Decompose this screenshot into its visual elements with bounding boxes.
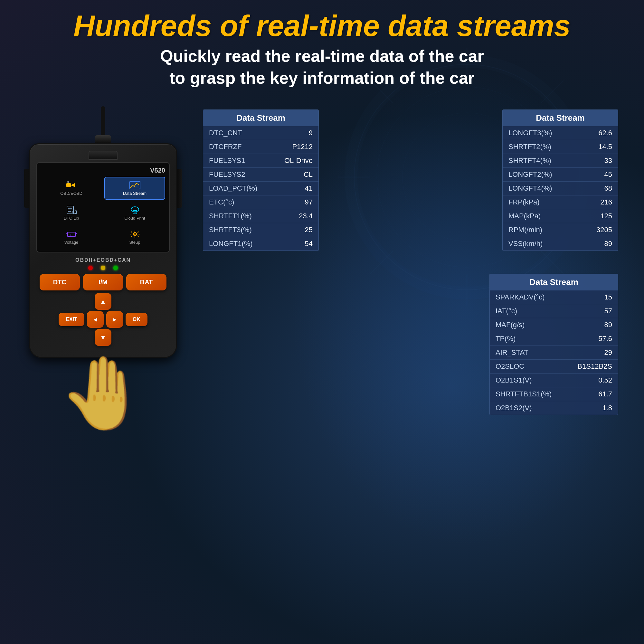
row-value: 29: [566, 346, 618, 360]
row-value: 54: [272, 237, 318, 251]
exit-button[interactable]: EXIT: [59, 313, 84, 326]
subtitle-text-2: to grasp the key information of the car: [169, 69, 475, 87]
row-value: 3205: [580, 223, 618, 237]
ok-button[interactable]: OK: [126, 313, 147, 326]
led-red: [88, 266, 93, 270]
device-container: V520 OBD/EOBDData StreamDTC LibCloud Pri…: [10, 106, 196, 435]
row-value: 216: [580, 195, 618, 209]
menu-item-cloud_print[interactable]: Cloud Print: [104, 202, 165, 224]
obd-icon: [66, 181, 77, 190]
table-row: SHRTFT3(%)25: [203, 223, 318, 237]
row-label: MAP(kPa): [503, 209, 580, 223]
table-row: LONGFT4(%)68: [503, 182, 618, 195]
table-row: TP(%)57.6: [490, 332, 618, 346]
row-value: 0.52: [566, 374, 618, 387]
data-table-3-content: SPARKADV(°c)15IAT(°c)57MAF(g/s)89TP(%)57…: [490, 290, 618, 415]
row-label: SHRTFTB1S1(%): [490, 387, 566, 401]
row-label: SPARKADV(°c): [490, 290, 566, 304]
row-value: CL: [272, 168, 318, 182]
nav-buttons: ▲ EXIT ◄ ► OK ▼: [40, 293, 166, 346]
table-row: LONGFT1(%)54: [203, 237, 318, 251]
row-label: FUELSYS2: [203, 168, 272, 182]
svg-point-21: [131, 207, 139, 212]
led-yellow: [101, 266, 105, 270]
table-row: MAP(kPa)125: [503, 209, 618, 223]
dtc-button[interactable]: DTC: [40, 274, 80, 290]
data-table-1-header: Data Stream: [203, 110, 318, 126]
row-label: AIR_STAT: [490, 346, 566, 360]
row-value: 25: [272, 223, 318, 237]
menu-grid: OBD/EOBDData StreamDTC LibCloud Print+Vo…: [41, 177, 165, 248]
dtc_lib-icon: [66, 205, 77, 214]
table-row: SHRTFTB1S1(%)61.7: [490, 387, 618, 401]
menu-item-dtc_lib[interactable]: DTC Lib: [41, 202, 102, 224]
cloud_print-icon: [129, 205, 141, 214]
row-label: VSS(km/h): [503, 237, 580, 251]
row-label: SHRTFT1(%): [203, 209, 272, 223]
table-row: O2B1S1(V)0.52: [490, 374, 618, 387]
menu-item-obd[interactable]: OBD/EOBD: [41, 177, 102, 200]
right-button[interactable]: ►: [106, 311, 123, 328]
row-value: 33: [580, 154, 618, 168]
row-label: MAF(g/s): [490, 318, 566, 332]
row-value: B1S12B2S: [566, 360, 618, 374]
menu-item-steup-label: Steup: [129, 240, 140, 245]
menu-item-steup[interactable]: Steup: [104, 226, 165, 248]
svg-text:+: +: [70, 233, 72, 237]
row-label: LOAD_PCT(%): [203, 182, 272, 195]
table-row: SHRTFT4(%)33: [503, 154, 618, 168]
row-value: 15: [566, 290, 618, 304]
row-label: LONGFT2(%): [503, 168, 580, 182]
table-row: FRP(kPa)216: [503, 195, 618, 209]
led-indicators: [36, 266, 170, 270]
row-label: TP(%): [490, 332, 566, 346]
menu-item-voltage-label: Voltage: [64, 240, 78, 245]
row-value: 125: [580, 209, 618, 223]
menu-item-voltage[interactable]: +Voltage: [41, 226, 102, 248]
row-label: RPM(/min): [503, 223, 580, 237]
row-label: SHRTFT3(%): [203, 223, 272, 237]
menu-item-data_stream-label: Data Stream: [123, 191, 147, 196]
row-label: SHRTFT2(%): [503, 140, 580, 154]
row-value: 68: [580, 182, 618, 195]
row-label: ETC(°c): [203, 195, 272, 209]
row-value: 57.6: [566, 332, 618, 346]
device-body: V520 OBD/EOBDData StreamDTC LibCloud Pri…: [29, 143, 177, 358]
table-row: MAF(g/s)89: [490, 318, 618, 332]
subtitle-text-1: Quickly read the real-time data of the c…: [160, 47, 484, 65]
menu-item-data_stream[interactable]: Data Stream: [104, 177, 165, 200]
row-label: DTC_CNT: [203, 126, 272, 140]
row-value: 89: [566, 318, 618, 332]
obd-protocol-text: OBDII+EOBD+CAN: [36, 257, 170, 263]
data-table-2-content: LONGFT3(%)62.6SHRTFT2(%)14.5SHRTFT4(%)33…: [503, 126, 618, 251]
led-green: [113, 266, 118, 270]
table-row: DTCFRZFP1212: [203, 140, 318, 154]
table-row: RPM(/min)3205: [503, 223, 618, 237]
data-table-1: Data Stream DTC_CNT9DTCFRZFP1212FUELSYS1…: [203, 109, 319, 251]
svg-point-13: [67, 181, 69, 183]
i/m-button[interactable]: I/M: [83, 274, 123, 290]
row-label: O2SLOC: [490, 360, 566, 374]
table-row: ETC(°c)97: [203, 195, 318, 209]
row-label: LONGFT4(%): [503, 182, 580, 195]
bat-button[interactable]: BAT: [126, 274, 166, 290]
up-button[interactable]: ▲: [95, 293, 111, 310]
table-row: SHRTFT1(%)23.4: [203, 209, 318, 223]
table-row: LOAD_PCT(%)41: [203, 182, 318, 195]
down-button[interactable]: ▼: [95, 329, 111, 346]
row-value: 45: [580, 168, 618, 182]
left-button[interactable]: ◄: [87, 311, 104, 328]
row-value: 1.8: [566, 401, 618, 415]
voltage-icon: +: [66, 230, 77, 239]
row-value: 89: [580, 237, 618, 251]
table-row: SPARKADV(°c)15: [490, 290, 618, 304]
row-label: FRP(kPa): [503, 195, 580, 209]
row-value: 57: [566, 304, 618, 318]
row-value: 14.5: [580, 140, 618, 154]
page-header: Hundreds of real-time data streams Quick…: [0, 10, 644, 89]
data-table-2-header: Data Stream: [503, 110, 618, 126]
cable-connector: [95, 135, 111, 143]
row-label: O2B1S2(V): [490, 401, 566, 415]
table-row: DTC_CNT9: [203, 126, 318, 140]
device-model: V520: [41, 167, 165, 174]
